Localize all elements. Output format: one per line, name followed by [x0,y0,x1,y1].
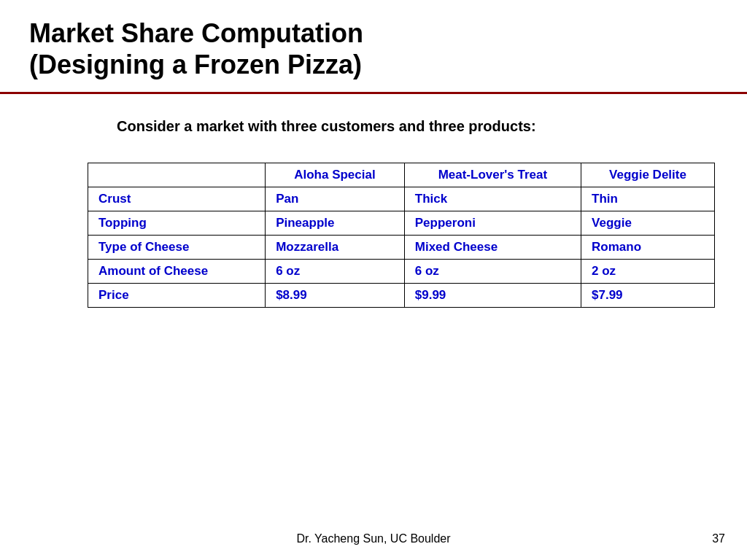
header: Market Share Computation (Designing a Fr… [0,0,747,92]
cell-price-veggie: $7.99 [581,284,715,308]
row-label-cheese-type: Type of Cheese [88,236,266,260]
empty-header-cell [88,163,266,187]
row-label-cheese-amount: Amount of Cheese [88,260,266,284]
main-content: Consider a market with three customers a… [0,94,747,330]
slide-container: Market Share Computation (Designing a Fr… [0,0,747,560]
table-header-row: Aloha Special Meat-Lover's Treat Veggie … [88,163,715,187]
table-row: Crust Pan Thick Thin [88,187,715,211]
slide-number: 37 [712,532,725,545]
cell-price-aloha: $8.99 [266,284,405,308]
row-label-topping: Topping [88,211,266,236]
cell-crust-meat: Thick [404,187,581,211]
cell-cheese-amount-veggie: 2 oz [581,260,715,284]
column-header-aloha: Aloha Special [266,163,405,187]
footer-text: Dr. Yacheng Sun, UC Boulder [296,532,450,545]
column-header-meat: Meat-Lover's Treat [404,163,581,187]
cell-price-meat: $9.99 [404,284,581,308]
cell-cheese-type-aloha: Mozzarella [266,236,405,260]
cell-cheese-type-veggie: Romano [581,236,715,260]
column-header-veggie: Veggie Delite [581,163,715,187]
cell-cheese-amount-aloha: 6 oz [266,260,405,284]
table-row: Type of Cheese Mozzarella Mixed Cheese R… [88,236,715,260]
cell-crust-aloha: Pan [266,187,405,211]
title-line2: (Designing a Frozen Pizza) [29,50,362,79]
intro-text: Consider a market with three customers a… [117,116,703,136]
slide-title: Market Share Computation (Designing a Fr… [29,18,718,80]
table-row: Price $8.99 $9.99 $7.99 [88,284,715,308]
cell-crust-veggie: Thin [581,187,715,211]
row-label-price: Price [88,284,266,308]
cell-cheese-amount-meat: 6 oz [404,260,581,284]
title-line1: Market Share Computation [29,18,363,48]
cell-topping-meat: Pepperoni [404,211,581,236]
product-table: Aloha Special Meat-Lover's Treat Veggie … [88,163,715,308]
table-row: Topping Pineapple Pepperoni Veggie [88,211,715,236]
row-label-crust: Crust [88,187,266,211]
cell-topping-veggie: Veggie [581,211,715,236]
cell-topping-aloha: Pineapple [266,211,405,236]
footer: Dr. Yacheng Sun, UC Boulder [0,532,747,545]
table-row: Amount of Cheese 6 oz 6 oz 2 oz [88,260,715,284]
cell-cheese-type-meat: Mixed Cheese [404,236,581,260]
